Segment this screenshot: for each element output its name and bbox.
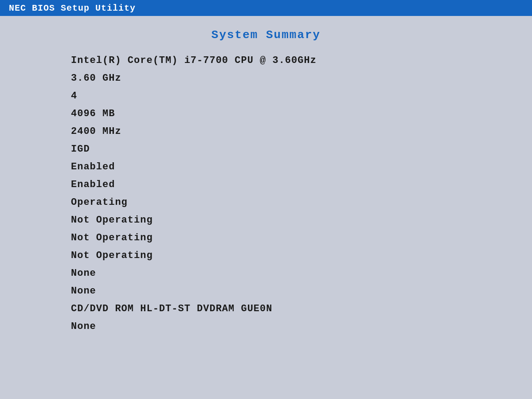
page-title: System Summary xyxy=(0,16,532,51)
info-row: Enabled xyxy=(71,161,532,178)
info-row: 3.60 GHz xyxy=(71,73,532,90)
info-value: None xyxy=(71,268,96,279)
info-value: 2400 MHz xyxy=(71,126,121,137)
info-value: 4096 MB xyxy=(71,108,115,119)
info-row: 4 xyxy=(71,90,532,107)
info-row: Not Operating xyxy=(71,250,532,267)
info-value: Enabled xyxy=(71,179,115,190)
info-value: CD/DVD ROM HL-DT-ST DVDRAM GUE0N xyxy=(71,303,272,314)
info-value: Intel(R) Core(TM) i7-7700 CPU @ 3.60GHz xyxy=(71,55,317,66)
info-row: IGD xyxy=(71,144,532,160)
info-row: None xyxy=(71,286,532,302)
info-row: 4096 MB xyxy=(71,108,532,125)
main-content: System Summary Intel(R) Core(TM) i7-7700… xyxy=(0,16,532,399)
info-value: 3.60 GHz xyxy=(71,73,121,84)
info-value: Operating xyxy=(71,197,128,208)
top-bar-title: NEC BIOS Setup Utility xyxy=(9,3,136,13)
info-value: 4 xyxy=(71,90,77,102)
info-value: Enabled xyxy=(71,161,115,172)
info-value: Not Operating xyxy=(71,250,153,261)
info-row: Enabled xyxy=(71,179,532,196)
info-row: 2400 MHz xyxy=(71,126,532,143)
info-value: None xyxy=(71,286,96,297)
info-row: Not Operating xyxy=(71,232,532,249)
info-row: Intel(R) Core(TM) i7-7700 CPU @ 3.60GHz xyxy=(71,55,532,72)
info-value: None xyxy=(71,321,96,332)
top-bar: NEC BIOS Setup Utility xyxy=(0,0,532,16)
info-table: Intel(R) Core(TM) i7-7700 CPU @ 3.60GHz3… xyxy=(0,51,532,338)
info-value: Not Operating xyxy=(71,215,153,226)
info-value: IGD xyxy=(71,144,90,155)
info-row: CD/DVD ROM HL-DT-ST DVDRAM GUE0N xyxy=(71,303,532,320)
info-value: Not Operating xyxy=(71,232,153,243)
info-row: Operating xyxy=(71,197,532,214)
info-row: None xyxy=(71,268,532,285)
info-row: Not Operating xyxy=(71,215,532,231)
info-row: None xyxy=(71,321,532,338)
